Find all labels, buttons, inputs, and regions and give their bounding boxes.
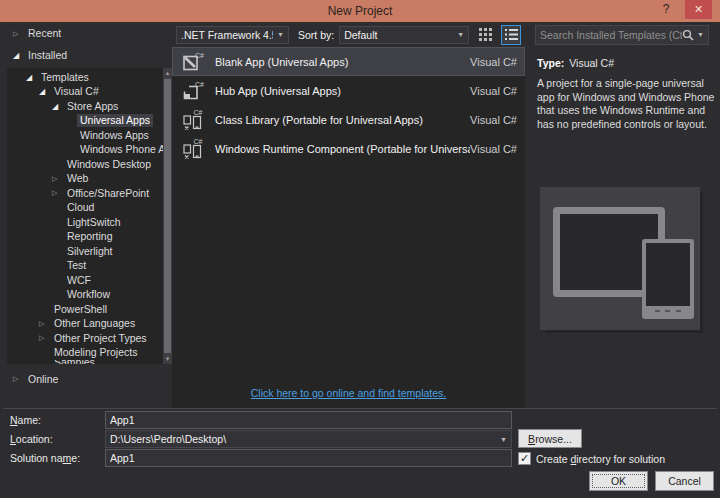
tree-expanded-icon[interactable]: ◢ <box>52 102 64 111</box>
tree-item-universal-apps[interactable]: ▷Universal Apps <box>7 114 163 129</box>
template-type-row: Type:Visual C# <box>537 57 705 69</box>
type-label: Type: <box>537 57 564 69</box>
tree-item-label: Windows Phone Apps <box>77 143 172 156</box>
tree-item-lightswitch[interactable]: ▷LightSwitch <box>7 215 163 230</box>
tree-expanded-icon[interactable]: ◢ <box>39 87 51 96</box>
tree-collapsed-icon[interactable]: ▷ <box>13 375 25 383</box>
tree-collapsed-icon[interactable]: ▷ <box>39 320 51 328</box>
name-field[interactable] <box>105 411 512 429</box>
scrollbar-thumb[interactable] <box>164 79 171 353</box>
tree-item-label: Test <box>64 259 89 272</box>
list-view-button[interactable] <box>501 25 521 45</box>
tree-item-modeling-projects[interactable]: ▷Modeling Projects <box>7 346 163 361</box>
location-label: Location: <box>10 430 102 448</box>
tree-scrollbar[interactable]: ▲ ▼ <box>163 68 172 364</box>
tree-collapsed-icon[interactable]: ▷ <box>52 175 64 183</box>
tree-item-label: Templates <box>38 71 92 84</box>
toolbar: .NET Framework 4.5 ▼ Sort by: Default ▼ … <box>172 22 717 47</box>
template-item-windows-runtime-component-portable-for-universal-apps-[interactable]: C#Windows Runtime Component (Portable fo… <box>172 134 525 163</box>
solution-name-label: Solution name: <box>10 449 102 467</box>
portable-library-icon: C# <box>181 108 205 132</box>
template-list: C#Blank App (Universal Apps)Visual C#C#H… <box>172 47 525 163</box>
tree-item-store-apps[interactable]: ◢Store Apps <box>7 99 163 114</box>
tree-viewport: ◢Templates◢Visual C#◢Store Apps▷Universa… <box>7 68 172 364</box>
tree-item-other-languages[interactable]: ▷Other Languages <box>7 317 163 332</box>
template-item-class-library-portable-for-universal-apps-[interactable]: C#Class Library (Portable for Universal … <box>172 105 525 134</box>
solution-name-field[interactable] <box>105 449 512 467</box>
close-button[interactable]: ✕ <box>685 0 712 19</box>
svg-text:C#: C# <box>194 109 203 116</box>
project-settings-section: Name: Location: D:\Users\Pedro\Desktop\ … <box>3 409 717 492</box>
template-language: Visual C# <box>470 114 517 126</box>
template-item-blank-app-universal-apps-[interactable]: C#Blank App (Universal Apps)Visual C# <box>172 47 525 76</box>
new-project-dialog: New Project ? ✕ ▷Recent◢Installed ◢Templ… <box>0 0 720 498</box>
create-directory-checkbox[interactable]: ✓ <box>518 452 531 465</box>
tree-collapsed-icon[interactable]: ▷ <box>13 30 25 38</box>
tree-item-label: Other Languages <box>51 317 138 330</box>
tree-item-templates[interactable]: ◢Templates <box>7 70 163 85</box>
cancel-button[interactable]: Cancel <box>655 471 714 491</box>
tree-collapsed-icon[interactable]: ▷ <box>39 334 51 342</box>
dialog-body: ▷Recent◢Installed ◢Templates◢Visual C#◢S… <box>3 22 717 492</box>
template-name: Windows Runtime Component (Portable for … <box>215 143 470 155</box>
framework-dropdown[interactable]: .NET Framework 4.5 ▼ <box>176 26 289 44</box>
template-language: Visual C# <box>470 56 517 68</box>
tree-item-label: LightSwitch <box>64 216 124 229</box>
location-combobox[interactable]: D:\Users\Pedro\Desktop\ ▼ <box>105 430 512 448</box>
tree-item-test[interactable]: ▷Test <box>7 259 163 274</box>
go-online-link[interactable]: Click here to go online and find templat… <box>251 387 447 399</box>
phone-keys-icon <box>646 306 690 315</box>
close-icon: ✕ <box>694 3 703 15</box>
tree-item-label: Recent <box>25 27 64 40</box>
tree-item-label: WCF <box>64 274 94 287</box>
template-description: A project for a single-page universal ap… <box>537 77 715 131</box>
search-input[interactable] <box>540 29 682 41</box>
tree-item-label: Windows Desktop <box>64 158 154 171</box>
tree-item-powershell[interactable]: ▷PowerShell <box>7 302 163 317</box>
check-icon: ✓ <box>520 452 529 464</box>
tree-item-silverlight[interactable]: ▷Silverlight <box>7 244 163 259</box>
tree-item-reporting[interactable]: ▷Reporting <box>7 230 163 245</box>
tree-expanded-icon[interactable]: ◢ <box>13 51 25 60</box>
scroll-up-icon[interactable]: ▲ <box>163 68 172 78</box>
sort-dropdown-value: Default <box>344 29 453 41</box>
tree-item-label: Installed <box>25 49 70 62</box>
search-box[interactable]: ▼ <box>535 25 709 45</box>
hub-app-icon: C# <box>181 79 205 103</box>
tree-item-visual-c-[interactable]: ◢Visual C# <box>7 85 163 100</box>
tree-item-label: Universal Apps <box>77 114 153 127</box>
template-item-hub-app-universal-apps-[interactable]: C#Hub App (Universal Apps)Visual C# <box>172 76 525 105</box>
tree-item-label: Online <box>25 373 61 386</box>
browse-button[interactable]: Browse... <box>518 429 582 448</box>
title-bar[interactable]: New Project ? ✕ <box>0 0 720 22</box>
tree-item-web[interactable]: ▷Web <box>7 172 163 187</box>
create-directory-option[interactable]: ✓ Create directory for solution <box>518 452 665 465</box>
tree-item-office-sharepoint[interactable]: ▷Office/SharePoint <box>7 186 163 201</box>
search-scope-arrow-icon[interactable]: ▼ <box>697 31 704 38</box>
location-value: D:\Users\Pedro\Desktop\ <box>110 433 496 445</box>
tree-item-cloud[interactable]: ▷Cloud <box>7 201 163 216</box>
template-info-pane: Type:Visual C# A project for a single-pa… <box>525 47 717 408</box>
tree-item-other-project-types[interactable]: ▷Other Project Types <box>7 331 163 346</box>
tree-item-workflow[interactable]: ▷Workflow <box>7 288 163 303</box>
tree-item-windows-desktop[interactable]: ▷Windows Desktop <box>7 157 163 172</box>
tree-item-label: Other Project Types <box>51 332 150 345</box>
tree-item-online[interactable]: ▷Online <box>7 372 168 387</box>
sort-dropdown[interactable]: Default ▼ <box>339 26 469 44</box>
phone-preview-icon <box>642 239 694 319</box>
tree-expanded-icon[interactable]: ◢ <box>26 73 38 82</box>
tree-item-recent[interactable]: ▷Recent <box>7 26 168 41</box>
tree-item-label: Windows Apps <box>77 129 152 142</box>
tree-item-windows-phone-apps[interactable]: ▷Windows Phone Apps <box>7 143 163 158</box>
tree-item-label: Visual C# <box>51 85 102 98</box>
help-button[interactable]: ? <box>656 0 676 19</box>
tree-item-windows-apps[interactable]: ▷Windows Apps <box>7 128 163 143</box>
small-icons-view-button[interactable] <box>475 25 495 45</box>
category-tree-pane: ▷Recent◢Installed ◢Templates◢Visual C#◢S… <box>3 22 172 408</box>
tree-item-samples[interactable]: ▷Samples <box>7 360 163 364</box>
tree-item-installed[interactable]: ◢Installed <box>7 48 168 63</box>
tree-item-wcf[interactable]: ▷WCF <box>7 273 163 288</box>
tree-collapsed-icon[interactable]: ▷ <box>52 189 64 197</box>
scroll-down-icon[interactable]: ▼ <box>163 354 172 364</box>
ok-button[interactable]: OK <box>589 471 648 491</box>
